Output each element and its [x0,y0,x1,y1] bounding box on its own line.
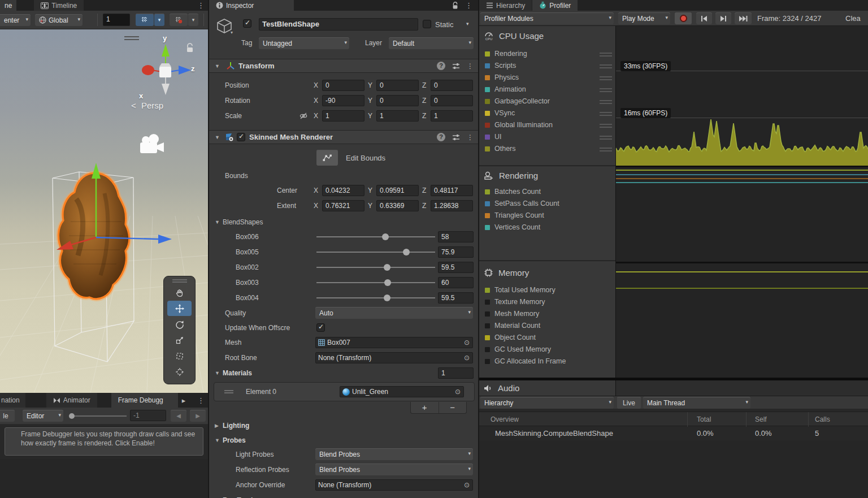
profiler-chart-area[interactable]: 33ms (30FPS) 16ms (60FPS) [616,26,868,396]
transform-menu-icon[interactable]: ⋮ [467,62,474,70]
audio-chart-area[interactable] [616,380,868,396]
tab-hierarchy[interactable]: Hierarchy [479,0,532,11]
rendering-module-header[interactable]: Rendering [484,171,538,180]
orientation-dropdown[interactable]: Global [35,14,83,26]
hand-tool-button[interactable] [167,285,192,300]
inspector-menu-icon[interactable]: ⋮ [462,0,476,11]
tab-frame-debugger[interactable]: Frame Debugg [111,393,178,408]
scale-y-field[interactable]: 1 [376,110,419,122]
details-view-dropdown[interactable]: Hierarchy [480,397,614,409]
legend-item[interactable]: GC Allocated In Frame [479,356,615,367]
memory-module-header[interactable]: Memory [484,268,529,278]
legend-item[interactable]: SetPass Calls Count [479,198,615,210]
ray-tracing-foldout[interactable]: ▼ Ray Tracing [209,494,478,498]
probes-foldout[interactable]: ▼ Probes [209,434,478,446]
drag-handle[interactable] [600,124,612,128]
blendshape-value-field[interactable]: 58 [438,231,474,242]
last-frame-button[interactable] [735,12,752,24]
play-mode-dropdown[interactable]: Play Mode [618,12,670,24]
legend-item[interactable]: GarbageCollector [479,96,615,107]
cpu-module-header[interactable]: CPU CPU Usage [484,31,544,41]
move-tool-button[interactable] [167,301,192,316]
center-x-field[interactable]: 0.04232 [322,185,364,196]
legend-item[interactable]: Physics [479,72,615,84]
gameobject-icon-caret[interactable]: ▾ [231,30,233,35]
drag-handle[interactable] [600,53,612,57]
position-x-field[interactable]: 0 [322,80,364,91]
grid-snap-options-button[interactable]: ▾ [154,14,164,26]
legend-item[interactable]: Vertices Count [479,222,615,233]
blendshape-slider[interactable] [316,233,435,241]
anchor-override-object-field[interactable]: None (Transform) ⊙ [315,479,473,491]
blendshape-value-field[interactable]: 59.5 [438,292,474,304]
blendshapes-foldout[interactable]: ▼ BlendShapes [209,216,478,228]
blendshape-slider[interactable] [316,248,435,256]
extent-z-field[interactable]: 1.28638 [431,200,473,211]
bottom-tab-menu-icon[interactable]: ⋮ [194,393,208,408]
extent-x-field[interactable]: 0.76321 [322,200,364,211]
legend-item[interactable]: VSync [479,108,615,119]
fd-next-button[interactable]: ▶ [190,410,206,422]
update-offscreen-checkbox[interactable] [316,323,325,332]
tab-timeline[interactable]: Timeline [34,0,84,11]
snap-increment-field[interactable]: 1 [103,14,130,26]
column-self[interactable]: Self [755,415,767,423]
clear-button[interactable]: Clea [845,14,861,23]
blendshape-slider[interactable] [316,294,435,302]
scale-tool-button[interactable] [167,332,192,348]
audio-module-header[interactable]: Audio [484,383,519,393]
pivot-dropdown[interactable]: enter [0,14,31,26]
legend-item[interactable]: GC Used Memory [479,344,615,356]
rotation-x-field[interactable]: -90 [322,95,364,106]
light-probes-dropdown[interactable]: Blend Probes [315,448,473,460]
scene-tab-menu-icon[interactable]: ⋮ [194,0,208,11]
active-checkbox[interactable] [243,19,251,28]
perspective-toggle[interactable]: < Persp [131,101,163,110]
scale-x-field[interactable]: 1 [322,110,364,122]
legend-item[interactable]: Others [479,144,615,155]
snap-settings-options-button[interactable]: ▾ [188,14,198,26]
scene-viewport[interactable]: x y z < Persp [0,29,208,393]
transform-tool-button[interactable] [167,364,192,379]
element-drag-handle[interactable] [224,390,233,393]
tab-animation-partial[interactable]: nation [0,393,25,408]
fd-slider-knob[interactable] [69,413,75,419]
legend-item[interactable]: Rendering [479,49,615,60]
tag-dropdown[interactable]: Untagged [259,37,349,49]
record-button[interactable] [675,12,692,24]
drag-handle[interactable] [600,148,612,151]
help-icon[interactable]: ? [437,62,445,70]
column-calls[interactable]: Calls [815,415,830,423]
drag-handle[interactable] [600,100,612,104]
extent-y-field[interactable]: 0.63369 [376,200,419,211]
tab-scene-partial[interactable]: ne [0,0,16,11]
first-frame-button[interactable] [696,12,712,24]
smr-foldout-icon[interactable]: ▼ [215,135,223,140]
probes-foldout-icon[interactable]: ▼ [215,438,223,443]
layer-dropdown[interactable]: Default [389,37,474,49]
blendshape-slider[interactable] [316,279,435,287]
object-picker-icon[interactable]: ⊙ [462,338,471,347]
legend-item[interactable]: UI [479,132,615,143]
legend-item[interactable]: Mesh Memory [479,309,615,320]
position-z-field[interactable]: 0 [431,80,473,91]
help-icon[interactable]: ? [437,133,445,141]
legend-item[interactable]: Texture Memory [479,297,615,308]
axis-label-x[interactable]: x [139,92,143,100]
tab-inspector[interactable]: Inspector [209,0,294,11]
thread-dropdown[interactable]: Main Thread [643,397,750,409]
static-checkbox[interactable] [423,20,431,28]
transform-header[interactable]: ▼ Transform ? ⋮ [209,59,478,73]
blendshapes-foldout-icon[interactable]: ▼ [215,219,223,225]
inspector-lock-icon[interactable] [452,2,459,10]
orientation-gizmo[interactable] [142,44,191,95]
fd-frame-slider[interactable] [69,415,127,417]
tab-profiler[interactable]: Profiler [532,0,578,11]
legend-item[interactable]: Scripts [479,60,615,72]
slider-knob[interactable] [403,249,410,256]
slider-knob[interactable] [382,233,389,240]
position-y-field[interactable]: 0 [376,80,419,91]
next-frame-button[interactable] [715,12,731,24]
object-picker-icon[interactable]: ⊙ [462,480,471,490]
tools-overlay-handle[interactable] [172,279,187,283]
